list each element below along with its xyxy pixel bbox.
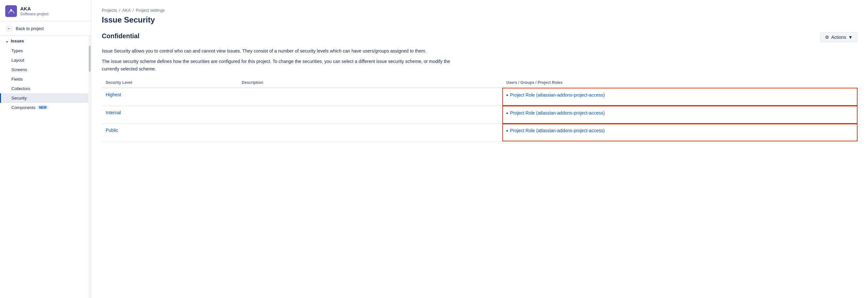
roles-internal: Project Role (atlassian-addons-project-a… — [502, 106, 858, 124]
desc-internal — [238, 106, 502, 124]
role-item: Project Role (atlassian-addons-project-a… — [506, 128, 854, 134]
sidebar-item-screens-label: Screens — [11, 67, 27, 72]
description-2: The issue security scheme defines how th… — [102, 58, 461, 72]
sidebar-item-collectors-label: Collectors — [11, 86, 30, 91]
project-type: Software project — [20, 12, 49, 16]
sidebar-item-components[interactable]: Components NEW — [0, 103, 88, 112]
security-table: Security Level Description Users / Group… — [102, 78, 858, 142]
sidebar-header: AKA Software project — [0, 0, 91, 21]
sidebar-item-security[interactable]: Security — [0, 93, 88, 103]
sidebar-item-collectors[interactable]: Collectors — [0, 84, 88, 93]
breadcrumb-sep-1: / — [119, 8, 120, 13]
section-title: Confidential — [102, 32, 140, 40]
back-to-project-label: Back to project — [16, 26, 44, 31]
col-header-description: Description — [238, 78, 502, 88]
sidebar-item-screens[interactable]: Screens — [0, 65, 88, 74]
sidebar-item-types[interactable]: Types — [0, 46, 88, 56]
sidebar-item-layout[interactable]: Layout — [0, 56, 88, 65]
sidebar-item-fields[interactable]: Fields — [0, 74, 88, 84]
sidebar-item-types-label: Types — [11, 48, 23, 53]
breadcrumb-sep-2: / — [133, 8, 134, 13]
breadcrumb: Projects / AKA / Project settings — [102, 8, 858, 13]
table-row-internal: Internal Project Role (atlassian-addons-… — [102, 106, 858, 124]
back-arrow-icon: ← — [5, 25, 13, 32]
table-row-public: Public Project Role (atlassian-addons-pr… — [102, 124, 858, 142]
level-internal[interactable]: Internal — [102, 106, 238, 124]
issues-section-label: Issues — [11, 38, 24, 43]
sidebar-item-fields-label: Fields — [11, 77, 23, 82]
section-header-row: Confidential ⚙ Actions ▼ — [102, 32, 858, 42]
actions-label: Actions — [831, 35, 846, 40]
table-row-highest: Highest Project Role (atlassian-addons-p… — [102, 88, 858, 106]
page-title: Issue Security — [102, 16, 858, 25]
main-content: Projects / AKA / Project settings Issue … — [91, 0, 868, 298]
role-item: Project Role (atlassian-addons-project-a… — [506, 110, 854, 117]
level-public[interactable]: Public — [102, 124, 238, 142]
breadcrumb-aka[interactable]: AKA — [122, 8, 131, 13]
sidebar: AKA Software project ← Back to project ⌄… — [0, 0, 91, 298]
svg-point-1 — [10, 9, 12, 11]
project-avatar — [5, 5, 17, 17]
description-1: Issue Security allows you to control who… — [102, 47, 461, 55]
breadcrumb-projects[interactable]: Projects — [102, 8, 117, 13]
project-name: AKA — [20, 6, 49, 12]
roles-highest: Project Role (atlassian-addons-project-a… — [502, 88, 858, 106]
sidebar-item-components-label: Components — [11, 105, 36, 110]
desc-highest — [238, 88, 502, 106]
components-new-badge: NEW — [37, 106, 48, 110]
sidebar-nav-area: ⌄ Issues Types Layout Screens Fields Col… — [0, 36, 91, 298]
sidebar-item-security-label: Security — [11, 96, 27, 100]
desc-public — [238, 124, 502, 142]
gear-icon: ⚙ — [825, 35, 829, 40]
level-highest[interactable]: Highest — [102, 88, 238, 106]
sidebar-scrollbar-thumb[interactable] — [89, 46, 91, 72]
back-to-project-button[interactable]: ← Back to project — [0, 21, 91, 36]
col-header-users-groups: Users / Groups / Project Roles — [502, 78, 858, 88]
role-link[interactable]: Project Role (atlassian-addons-project-a… — [510, 110, 605, 117]
roles-public: Project Role (atlassian-addons-project-a… — [502, 124, 858, 142]
col-header-security-level: Security Level — [102, 78, 238, 88]
role-link[interactable]: Project Role (atlassian-addons-project-a… — [510, 128, 605, 134]
breadcrumb-settings: Project settings — [136, 8, 165, 13]
sidebar-scrollbar-track[interactable] — [88, 36, 91, 298]
chevron-down-icon: ▼ — [848, 35, 853, 40]
actions-button[interactable]: ⚙ Actions ▼ — [820, 32, 858, 42]
role-link[interactable]: Project Role (atlassian-addons-project-a… — [510, 92, 605, 98]
chevron-down-icon: ⌄ — [5, 38, 9, 43]
sidebar-nav: ⌄ Issues Types Layout Screens Fields Col… — [0, 36, 88, 298]
project-info: AKA Software project — [20, 6, 49, 16]
role-item: Project Role (atlassian-addons-project-a… — [506, 92, 854, 98]
issues-section-header[interactable]: ⌄ Issues — [0, 36, 88, 46]
sidebar-item-layout-label: Layout — [11, 58, 24, 63]
